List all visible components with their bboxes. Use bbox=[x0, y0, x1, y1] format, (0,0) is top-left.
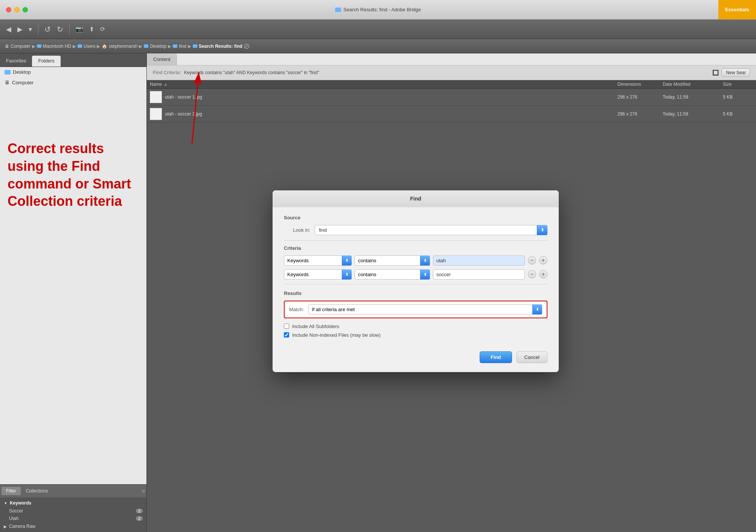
filter-item-soccer[interactable]: Soccer 2 bbox=[0, 507, 146, 515]
desktop-folder-icon bbox=[144, 44, 148, 48]
toolbar-divider-2 bbox=[69, 24, 70, 35]
column-dimensions[interactable]: Dimensions bbox=[617, 82, 663, 87]
back-button[interactable]: ◀ bbox=[5, 24, 13, 34]
find-folder-icon bbox=[173, 44, 177, 48]
include-subfolders-label: Include All Subfolders bbox=[292, 324, 339, 329]
camera-raw-arrow-icon: ▶ bbox=[4, 524, 7, 529]
minimize-button[interactable] bbox=[14, 7, 20, 12]
criteria-remove-button-1[interactable]: − bbox=[528, 256, 536, 264]
criteria-op-wrap-2: contains ⬍ bbox=[355, 269, 430, 280]
title-folder-icon bbox=[335, 8, 341, 12]
file-name-1: utah - soccer 1.jpg bbox=[165, 94, 617, 100]
camera-raw-group[interactable]: ▶ Camera Raw bbox=[0, 522, 146, 530]
filter-content: ▼ Keywords Soccer 2 Utah 2 ▶ Camera Raw bbox=[0, 497, 146, 532]
recent-button[interactable]: ▾ bbox=[27, 24, 34, 34]
filter-menu-icon[interactable]: ≡ bbox=[142, 488, 145, 494]
breadcrumb: 🖥 Computer ▶ Macintosh HD ▶ Users ▶ 🏠 st… bbox=[0, 39, 756, 53]
breadcrumb-stephenmarsh[interactable]: 🏠 stephenmarsh bbox=[102, 44, 137, 49]
close-button[interactable] bbox=[6, 7, 11, 12]
breadcrumb-desktop[interactable]: Desktop bbox=[144, 44, 166, 49]
zoom-button[interactable] bbox=[23, 7, 28, 12]
breadcrumb-search-results[interactable]: Search Results: find bbox=[193, 44, 249, 49]
keywords-group-header[interactable]: ▼ Keywords bbox=[0, 499, 146, 507]
match-select[interactable]: If all criteria are met If any criteria … bbox=[308, 304, 542, 315]
criteria-field-select-1[interactable]: Keywords bbox=[284, 255, 352, 266]
include-nonindexed-checkbox[interactable] bbox=[284, 332, 289, 337]
criteria-op-select-2[interactable]: contains bbox=[355, 269, 430, 280]
search-results-folder-icon bbox=[193, 44, 197, 48]
rotate-left-button[interactable]: ↺ bbox=[43, 24, 52, 35]
hdd-icon bbox=[37, 44, 41, 48]
breadcrumb-sep-3: ▶ bbox=[97, 44, 100, 49]
dialog-title: Find bbox=[273, 190, 559, 207]
tab-content[interactable]: Content bbox=[147, 54, 177, 65]
filter-collections-tabs: Filter Collections ≡ bbox=[0, 485, 146, 497]
refine-icon[interactable]: 🔲 bbox=[712, 70, 719, 76]
dialog-footer: Find Cancel bbox=[273, 348, 559, 363]
tab-folders[interactable]: Folders bbox=[32, 56, 60, 67]
criteria-field-wrap-2: Keywords ⬍ bbox=[284, 269, 352, 280]
find-button[interactable]: Find bbox=[480, 351, 512, 363]
cancel-button[interactable]: Cancel bbox=[517, 351, 547, 363]
column-name[interactable]: Name ▲ bbox=[150, 82, 617, 87]
look-in-select[interactable]: find bbox=[315, 225, 547, 235]
criteria-remove-button-2[interactable]: − bbox=[528, 270, 536, 278]
find-criteria-bar: Find Criteria: Keywords contains "utah" … bbox=[147, 65, 756, 80]
rotate-right-button[interactable]: ↻ bbox=[55, 24, 65, 35]
forward-button[interactable]: ▶ bbox=[16, 24, 24, 34]
file-thumbnail-2 bbox=[150, 108, 162, 120]
include-subfolders-checkbox[interactable] bbox=[284, 324, 289, 329]
file-name-2: utah - soccer 2.jpg bbox=[165, 111, 617, 117]
results-section-label: Results bbox=[284, 290, 547, 296]
sidebar-item-desktop[interactable]: Desktop bbox=[0, 67, 146, 77]
toolbar-divider-1 bbox=[38, 24, 38, 35]
sort-arrow-icon: ▲ bbox=[163, 82, 168, 87]
sidebar-bottom: Filter Collections ≡ ▼ Keywords Soccer 2… bbox=[0, 484, 146, 532]
new-search-button[interactable]: New Sear bbox=[722, 68, 750, 77]
column-size[interactable]: Size bbox=[723, 82, 753, 87]
breadcrumb-sep-2: ▶ bbox=[73, 44, 76, 49]
criteria-row-2: Keywords ⬍ contains ⬍ − + bbox=[284, 269, 547, 280]
filter-item-utah[interactable]: Utah 2 bbox=[0, 515, 146, 522]
breadcrumb-macintosh-hd[interactable]: Macintosh HD bbox=[37, 44, 71, 49]
breadcrumb-users[interactable]: Users bbox=[78, 44, 95, 49]
breadcrumb-computer[interactable]: 🖥 Computer bbox=[5, 44, 30, 49]
sidebar-content: Desktop 🖥 Computer bbox=[0, 67, 146, 484]
breadcrumb-sep-6: ▶ bbox=[188, 44, 191, 49]
users-folder-icon bbox=[78, 44, 82, 48]
file-size-1: 5 KB bbox=[723, 94, 753, 100]
no-sign-icon bbox=[244, 44, 249, 49]
criteria-value-input-2[interactable] bbox=[433, 269, 525, 280]
computer-icon: 🖥 bbox=[5, 44, 9, 49]
file-thumbnail-1 bbox=[150, 91, 162, 103]
find-criteria-text: Keywords contains "utah" AND Keywords co… bbox=[184, 70, 319, 75]
computer-sidebar-icon: 🖥 bbox=[5, 79, 10, 85]
criteria-op-select-1[interactable]: contains bbox=[355, 255, 430, 266]
sync-button[interactable]: ⟳ bbox=[99, 25, 107, 33]
keywords-arrow-icon: ▼ bbox=[4, 501, 8, 505]
breadcrumb-sep-4: ▶ bbox=[139, 44, 142, 49]
divider-2 bbox=[284, 284, 547, 284]
camera-button[interactable]: 📷 bbox=[74, 25, 85, 33]
toolbar: ◀ ▶ ▾ ↺ ↻ 📷 ⬆ ⟳ bbox=[0, 20, 756, 39]
file-dims-2: 296 x 276 bbox=[617, 111, 663, 117]
tab-collections[interactable]: Collections bbox=[21, 487, 53, 495]
source-section-label: Source bbox=[284, 215, 547, 220]
table-row[interactable]: utah - soccer 2.jpg 296 x 276 Today, 11:… bbox=[147, 106, 756, 123]
criteria-add-button-2[interactable]: + bbox=[539, 270, 547, 278]
file-date-1: Today, 11:59 bbox=[663, 94, 723, 100]
essentials-button[interactable]: Essentials bbox=[718, 0, 756, 19]
column-date-modified[interactable]: Date Modified bbox=[663, 82, 723, 87]
criteria-field-wrap-1: Keywords ⬍ bbox=[284, 255, 352, 266]
breadcrumb-find[interactable]: find bbox=[173, 44, 186, 49]
criteria-add-button-1[interactable]: + bbox=[539, 256, 547, 264]
include-nonindexed-row: Include Non-indexed Files (may be slow) bbox=[284, 332, 547, 338]
sidebar-item-computer[interactable]: 🖥 Computer bbox=[0, 77, 146, 88]
export-button[interactable]: ⬆ bbox=[88, 25, 96, 33]
tab-filter[interactable]: Filter bbox=[2, 487, 21, 495]
criteria-field-select-2[interactable]: Keywords bbox=[284, 269, 352, 280]
table-row[interactable]: utah - soccer 1.jpg 296 x 276 Today, 11:… bbox=[147, 89, 756, 106]
tab-favorites[interactable]: Favorites bbox=[0, 56, 32, 67]
criteria-value-input-1[interactable] bbox=[433, 255, 525, 266]
find-dialog: Find Source Look in: find ⬍ Criteria bbox=[273, 190, 559, 372]
